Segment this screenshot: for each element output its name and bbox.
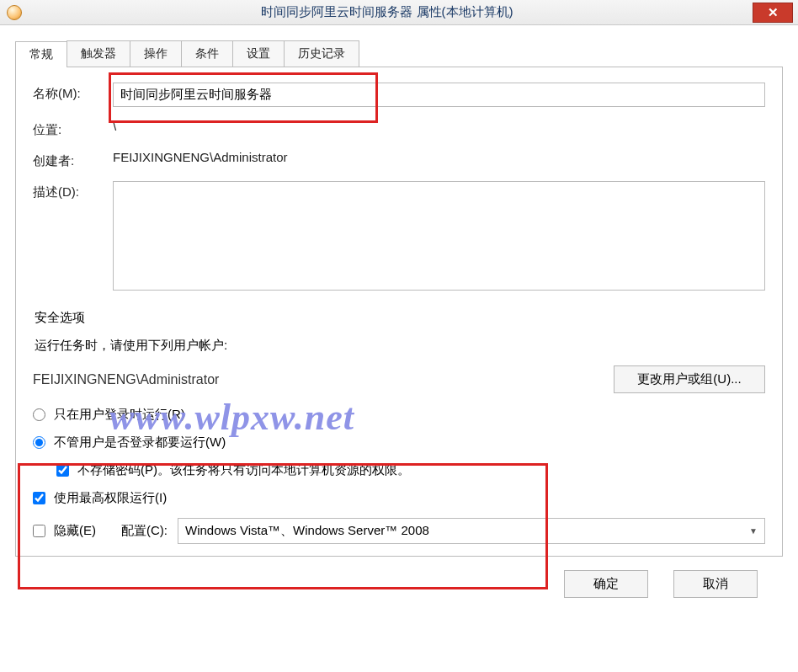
location-label: 位置: — [33, 119, 113, 138]
checkbox-no-password[interactable] — [56, 464, 69, 477]
tab-conditions[interactable]: 条件 — [181, 40, 233, 67]
tab-general[interactable]: 常规 — [15, 41, 67, 67]
clock-icon — [7, 5, 22, 20]
tab-triggers[interactable]: 触发器 — [66, 40, 130, 67]
hidden-label: 隐藏(E) — [54, 523, 96, 539]
radio-always[interactable] — [33, 436, 45, 449]
change-user-button[interactable]: 更改用户或组(U)... — [614, 365, 765, 393]
name-input[interactable] — [113, 83, 765, 107]
tab-strip: 常规 触发器 操作 条件 设置 历史记录 — [15, 40, 783, 67]
account-value: FEIJIXINGNENG\Administrator — [33, 372, 614, 387]
tab-actions[interactable]: 操作 — [130, 40, 182, 67]
title-bar: 时间同步阿里云时间服务器 属性(本地计算机) ✕ — [0, 0, 798, 25]
configure-selected: Windows Vista™、Windows Server™ 2008 — [185, 523, 429, 539]
location-value: \ — [113, 119, 765, 133]
run-as-label: 运行任务时，请使用下列用户帐户: — [35, 338, 765, 354]
tab-settings[interactable]: 设置 — [232, 40, 285, 67]
window-title: 时间同步阿里云时间服务器 属性(本地计算机) — [22, 4, 753, 20]
configure-label: 配置(C): — [121, 523, 168, 539]
creator-value: FEIJIXINGNENG\Administrator — [113, 150, 765, 164]
description-label: 描述(D): — [33, 181, 113, 200]
general-panel: 名称(M): 位置: \ 创建者: FEIJIXINGNENG\Administ… — [15, 67, 783, 557]
ok-button[interactable]: 确定 — [564, 570, 648, 598]
security-section-title: 安全选项 — [35, 310, 765, 326]
chevron-down-icon: ▼ — [749, 526, 758, 536]
radio-logged-on[interactable] — [33, 408, 45, 421]
close-button[interactable]: ✕ — [753, 3, 793, 23]
radio-logged-on-label: 只在用户登录时运行(R) — [54, 407, 185, 423]
name-label: 名称(M): — [33, 83, 113, 102]
configure-select[interactable]: Windows Vista™、Windows Server™ 2008 ▼ — [178, 518, 765, 544]
checkbox-hidden[interactable] — [33, 525, 45, 537]
dialog-footer: 确定 取消 — [15, 557, 783, 598]
checkbox-highest-priv[interactable] — [33, 492, 45, 504]
description-input[interactable] — [113, 181, 765, 291]
creator-label: 创建者: — [33, 150, 113, 169]
checkbox-highest-priv-label: 使用最高权限运行(I) — [54, 490, 167, 506]
checkbox-no-password-label: 不存储密码(P)。该任务将只有访问本地计算机资源的权限。 — [77, 462, 410, 478]
tab-history[interactable]: 历史记录 — [284, 40, 359, 67]
radio-always-label: 不管用户是否登录都要运行(W) — [54, 435, 226, 451]
cancel-button[interactable]: 取消 — [673, 570, 758, 598]
